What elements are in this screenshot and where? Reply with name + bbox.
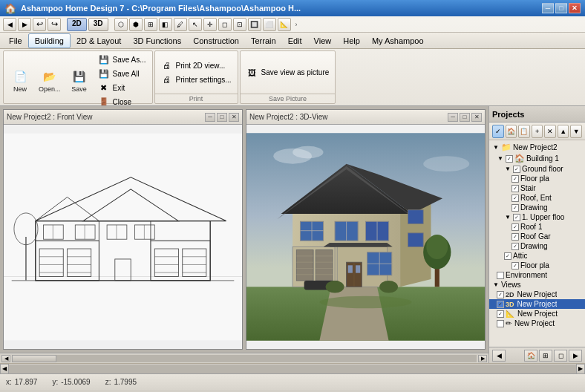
tree-3dv-checkbox[interactable] xyxy=(497,301,504,308)
tree-view-4[interactable]: ✏ New Project xyxy=(489,318,585,328)
tree-2dv-checkbox[interactable] xyxy=(497,291,504,298)
front-view-maximize[interactable]: □ xyxy=(217,113,227,122)
menu-3d-functions[interactable]: 3D Functions xyxy=(127,33,187,48)
tree-upper-floor[interactable]: ▼ 1. Upper floo xyxy=(489,212,585,222)
3d-view-controls[interactable]: ─ □ ✕ xyxy=(448,113,482,122)
tree-project-root[interactable]: ▼ 📁 New Project2 xyxy=(489,142,585,153)
tree-fp-checkbox[interactable] xyxy=(512,175,519,183)
qa-tool12[interactable]: 📐 xyxy=(278,18,291,31)
tree-v3-checkbox[interactable] xyxy=(497,310,504,318)
menu-construction[interactable]: Construction xyxy=(187,33,245,48)
tree-2d-view[interactable]: 2D New Project xyxy=(489,290,585,299)
qa-tool10[interactable]: 🔲 xyxy=(248,18,261,31)
menu-2d-layout[interactable]: 2D & Layout xyxy=(71,33,128,48)
ribbon-save-as-button[interactable]: 💾 Save As... xyxy=(95,53,149,66)
3d-view-close[interactable]: ✕ xyxy=(471,113,482,122)
ribbon-exit-button[interactable]: ✖ Exit xyxy=(95,81,149,94)
qa-tool6[interactable]: ↖ xyxy=(189,18,202,31)
scroll-right-arrow[interactable]: ▶ xyxy=(478,355,487,362)
front-view-close[interactable]: ✕ xyxy=(229,113,239,122)
rb-btn1[interactable]: ◀ xyxy=(492,350,506,362)
ribbon-open-button[interactable]: 📂 Open... xyxy=(36,67,64,95)
tree-fpa-checkbox[interactable] xyxy=(512,262,519,270)
scroll-thumb[interactable] xyxy=(12,355,56,362)
ribbon-printer-settings-button[interactable]: 🖨 Printer settings... xyxy=(158,73,235,86)
qa-tool7[interactable]: ✛ xyxy=(203,18,217,31)
menu-my-ashampoo[interactable]: My Ashampoo xyxy=(366,33,430,48)
qa-tool11[interactable]: ⬜ xyxy=(263,18,276,31)
menu-terrain[interactable]: Terrain xyxy=(245,33,282,48)
rb-btn2[interactable]: 🏠 xyxy=(524,350,537,362)
tree-views[interactable]: ▼ Views xyxy=(489,280,585,290)
tree-roof-gar[interactable]: Roof Gar xyxy=(489,232,585,241)
menu-building[interactable]: Building xyxy=(28,33,71,48)
tree-r1-checkbox[interactable] xyxy=(512,223,519,231)
qa-tool2[interactable]: ⬢ xyxy=(129,18,143,31)
rb-btn5[interactable]: ▶ xyxy=(569,350,582,362)
proj-delete-button[interactable]: ✕ xyxy=(544,125,556,138)
bottom-scroll-right[interactable]: ▶ xyxy=(576,364,585,374)
bottom-scrollbar[interactable]: ◀ ▶ xyxy=(0,363,585,373)
tree-floor-plan[interactable]: Floor pla xyxy=(489,174,585,183)
3d-view-minimize[interactable]: ─ xyxy=(448,113,458,122)
proj-tool2[interactable]: 📋 xyxy=(518,125,530,138)
3d-view-maximize[interactable]: □ xyxy=(460,113,470,122)
tree-building1-checkbox[interactable] xyxy=(506,155,513,163)
tree-rg-checkbox[interactable] xyxy=(512,233,519,241)
proj-check-button[interactable]: ✓ xyxy=(492,125,504,138)
tree-attic-checkbox[interactable] xyxy=(504,252,512,260)
ribbon-close-button[interactable]: 🚪 Close xyxy=(95,95,149,105)
tree-drawing-gf[interactable]: Drawing xyxy=(489,203,585,212)
menu-file[interactable]: File xyxy=(3,33,28,48)
ribbon-save-button[interactable]: 💾 Save xyxy=(66,67,93,95)
scroll-track[interactable] xyxy=(12,355,477,362)
qa-tool8[interactable]: ◻ xyxy=(218,18,232,31)
qa-tool1[interactable]: ⬡ xyxy=(114,18,128,31)
view-3d-button[interactable]: 3D xyxy=(88,18,108,31)
view-2d-button[interactable]: 2D xyxy=(67,18,87,31)
qa-forward-button[interactable]: ▶ xyxy=(18,18,31,31)
qa-tool4[interactable]: ◧ xyxy=(159,18,172,31)
qa-redo-button[interactable]: ↪ xyxy=(48,18,61,31)
tree-env-checkbox[interactable] xyxy=(497,272,504,279)
front-view-minimize[interactable]: ─ xyxy=(205,113,215,122)
qa-back-button[interactable]: ◀ xyxy=(3,18,16,31)
tree-ground-floor[interactable]: ▼ Ground floor xyxy=(489,164,585,174)
tree-stair[interactable]: Stair xyxy=(489,183,585,193)
proj-down-button[interactable]: ▼ xyxy=(570,125,582,138)
tree-re-checkbox[interactable] xyxy=(512,195,519,202)
tree-environment[interactable]: Environment xyxy=(489,270,585,280)
bottom-scroll-left[interactable]: ◀ xyxy=(0,364,9,374)
maximize-button[interactable]: □ xyxy=(555,3,567,13)
scroll-left-arrow[interactable]: ◀ xyxy=(1,355,10,362)
bottom-scroll-track[interactable] xyxy=(9,365,576,373)
tree-floor-plan-attic[interactable]: Floor pla xyxy=(489,261,585,270)
qa-tool3[interactable]: ⊞ xyxy=(144,18,157,31)
tree-3d-view[interactable]: 3D New Project xyxy=(489,299,585,309)
titlebar-controls[interactable]: ─ □ ✕ xyxy=(542,3,581,13)
tree-roof1[interactable]: Roof 1 xyxy=(489,222,585,232)
proj-up-button[interactable]: ▲ xyxy=(558,125,569,138)
tree-v4-checkbox[interactable] xyxy=(497,320,504,327)
qa-undo-button[interactable]: ↩ xyxy=(33,18,46,31)
ribbon-save-view-button[interactable]: 🖼 Save view as picture xyxy=(244,66,333,79)
qa-tool5[interactable]: 🖊 xyxy=(174,18,187,31)
tree-stair-checkbox[interactable] xyxy=(512,185,519,192)
tree-drawing-uf[interactable]: Drawing xyxy=(489,241,585,251)
rb-btn4[interactable]: ◻ xyxy=(554,350,567,362)
menu-view[interactable]: View xyxy=(308,33,338,48)
menu-help[interactable]: Help xyxy=(337,33,366,48)
proj-add-button[interactable]: + xyxy=(532,125,543,138)
tree-uf-checkbox[interactable] xyxy=(513,214,520,221)
proj-tool1[interactable]: 🏠 xyxy=(506,125,517,138)
rb-btn3[interactable]: ⊞ xyxy=(539,350,552,362)
menu-edit[interactable]: Edit xyxy=(282,33,308,48)
tree-dg-checkbox[interactable] xyxy=(512,204,519,212)
ribbon-new-button[interactable]: 📄 New xyxy=(7,67,33,95)
qa-tool9[interactable]: ⊡ xyxy=(233,18,246,31)
tree-building1[interactable]: ▼ 🏠 Building 1 xyxy=(489,153,585,164)
close-button[interactable]: ✕ xyxy=(569,3,581,13)
tree-roof-ent[interactable]: Roof, Ent xyxy=(489,193,585,203)
tree-gf-checkbox[interactable] xyxy=(513,166,520,173)
tree-attic[interactable]: Attic xyxy=(489,251,585,261)
